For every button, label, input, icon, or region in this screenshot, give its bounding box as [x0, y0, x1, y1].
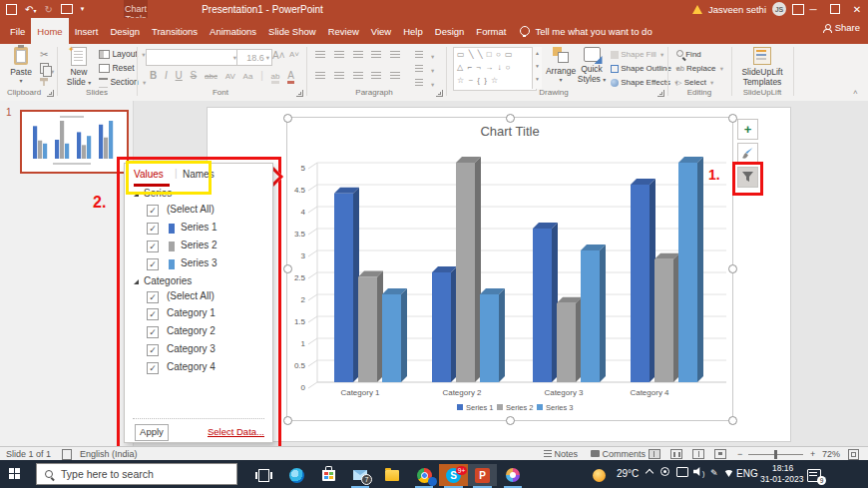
- tab-insert[interactable]: Insert: [69, 18, 105, 44]
- notes-button[interactable]: Notes: [544, 449, 578, 459]
- expander-icon[interactable]: [134, 279, 139, 284]
- font-name-combo[interactable]: ▾: [146, 49, 239, 66]
- bar-series3-cat4[interactable]: [678, 157, 703, 382]
- bar-series1-cat2[interactable]: [432, 266, 457, 382]
- tray-volume-icon[interactable]: ): [693, 467, 704, 478]
- chart-title[interactable]: Chart Title: [480, 124, 539, 139]
- reading-view-button[interactable]: [692, 449, 704, 459]
- underline-button[interactable]: U: [176, 70, 183, 81]
- zoom-in-button[interactable]: +: [810, 449, 815, 459]
- bar-series1-cat1[interactable]: [334, 188, 359, 382]
- store-icon[interactable]: [314, 464, 342, 486]
- skype-app-icon[interactable]: S 9+: [439, 464, 468, 486]
- font-size-combo[interactable]: 18.6▾: [236, 49, 272, 66]
- bar-series3-cat1[interactable]: [382, 288, 407, 382]
- columns-icon[interactable]: [390, 72, 400, 81]
- selection-handle[interactable]: [506, 114, 515, 123]
- slide-indicator[interactable]: Slide 1 of 1: [6, 449, 51, 459]
- paint3d-icon[interactable]: [499, 464, 527, 486]
- tray-record-icon[interactable]: [660, 467, 669, 478]
- select-data-link[interactable]: Select Data...: [208, 426, 264, 437]
- shapes-gallery-scroll[interactable]: ▲▼▼: [532, 47, 542, 89]
- cut-button[interactable]: ✂: [40, 49, 48, 60]
- comments-button[interactable]: Comments: [591, 449, 646, 459]
- tab-design-contextual[interactable]: Design: [429, 18, 471, 44]
- tray-time[interactable]: 18:16: [772, 463, 793, 473]
- legend-item[interactable]: Series 1: [466, 403, 494, 412]
- tray-language[interactable]: ENG: [736, 468, 758, 479]
- tray-display-icon[interactable]: [676, 467, 688, 479]
- spellcheck-icon[interactable]: [62, 449, 72, 460]
- mail-icon[interactable]: 7: [346, 464, 374, 486]
- tray-chevron-icon[interactable]: [647, 467, 652, 478]
- font-dialog-launcher[interactable]: [296, 90, 303, 97]
- checkbox[interactable]: ✓: [147, 223, 159, 235]
- char-spacing-button[interactable]: AV: [225, 72, 235, 81]
- start-slideshow-icon[interactable]: [61, 4, 73, 14]
- grow-font-button[interactable]: A˄: [272, 50, 285, 61]
- layout-button[interactable]: Layout ▾: [99, 49, 146, 59]
- section-button[interactable]: Section ▾: [99, 77, 146, 88]
- tab-help[interactable]: Help: [397, 18, 429, 44]
- replace-button[interactable]: ab Replace ▾: [676, 64, 723, 73]
- close-button[interactable]: ✕: [846, 0, 868, 18]
- align-right-icon[interactable]: [353, 72, 363, 81]
- font-color-button[interactable]: A: [287, 70, 294, 84]
- tray-ink-icon[interactable]: ✎: [710, 468, 718, 478]
- filter-row[interactable]: ✓Series 1: [125, 222, 272, 239]
- bar-series1-cat4[interactable]: [631, 179, 655, 382]
- selection-handle[interactable]: [728, 114, 737, 123]
- checkbox[interactable]: ✓: [147, 205, 159, 217]
- redo-icon[interactable]: ↻: [44, 4, 52, 15]
- checkbox[interactable]: ✓: [147, 308, 159, 320]
- align-left-icon[interactable]: [315, 72, 325, 81]
- slideshow-view-button[interactable]: [714, 449, 726, 459]
- bar-series2-cat3[interactable]: [557, 297, 582, 382]
- tab-format-contextual[interactable]: Format: [470, 18, 512, 44]
- clipboard-dialog-launcher[interactable]: [47, 90, 54, 97]
- weather-icon[interactable]: [589, 464, 609, 486]
- selection-handle[interactable]: [283, 114, 292, 123]
- powerpoint-icon[interactable]: P: [468, 464, 497, 486]
- copy-button[interactable]: ▾: [40, 63, 54, 76]
- selection-handle[interactable]: [283, 416, 292, 425]
- strikethrough-button[interactable]: S: [191, 70, 198, 81]
- share-button[interactable]: Share: [823, 22, 860, 33]
- chrome-icon[interactable]: [410, 464, 438, 486]
- selection-handle[interactable]: [728, 416, 737, 425]
- tellme-label[interactable]: Tell me what you want to do: [535, 26, 651, 37]
- checkbox[interactable]: ✓: [147, 291, 159, 303]
- align-text-button[interactable]: ▾: [415, 64, 434, 75]
- chart-canvas[interactable]: Chart Title00.511.522.533.544.55Category…: [287, 118, 732, 420]
- format-painter-button[interactable]: [40, 77, 48, 88]
- fit-slide-button[interactable]: [848, 449, 859, 460]
- selection-handle[interactable]: [728, 264, 737, 273]
- filter-row[interactable]: ✓(Select All): [125, 204, 272, 221]
- normal-view-button[interactable]: [649, 449, 660, 459]
- justify-icon[interactable]: [371, 72, 381, 81]
- filter-row[interactable]: ✓Series 3: [125, 257, 272, 274]
- zoom-slider-thumb[interactable]: [774, 450, 777, 459]
- tray-date[interactable]: 31-01-2023: [760, 474, 803, 484]
- chart-elements-button[interactable]: +: [737, 119, 758, 140]
- chart-styles-button[interactable]: [737, 143, 758, 164]
- edge-icon[interactable]: [282, 464, 310, 486]
- filter-row[interactable]: ✓(Select All): [125, 290, 272, 307]
- tab-design[interactable]: Design: [104, 18, 146, 44]
- filter-row[interactable]: ✓Series 2: [125, 240, 272, 256]
- maximize-button[interactable]: [824, 0, 846, 18]
- slideuplift-templates-button[interactable]: SlideUpLift Templates: [735, 47, 789, 87]
- highlight-button[interactable]: ab: [271, 72, 280, 84]
- save-icon[interactable]: [6, 4, 17, 15]
- checkbox[interactable]: ✓: [147, 362, 159, 374]
- decrease-indent-icon[interactable]: [353, 51, 363, 60]
- reset-button[interactable]: Reset: [99, 63, 135, 73]
- increase-indent-icon[interactable]: [371, 51, 381, 60]
- temperature[interactable]: 29°C: [617, 468, 639, 479]
- selection-handle[interactable]: [506, 416, 515, 425]
- select-button[interactable]: ▷ Select ▾: [676, 78, 713, 87]
- zoom-slider[interactable]: [748, 454, 803, 455]
- new-slide-button[interactable]: ✦ New Slide ▾: [62, 47, 96, 87]
- filter-row[interactable]: ✓Category 4: [125, 361, 272, 378]
- bar-series2-cat1[interactable]: [358, 270, 383, 382]
